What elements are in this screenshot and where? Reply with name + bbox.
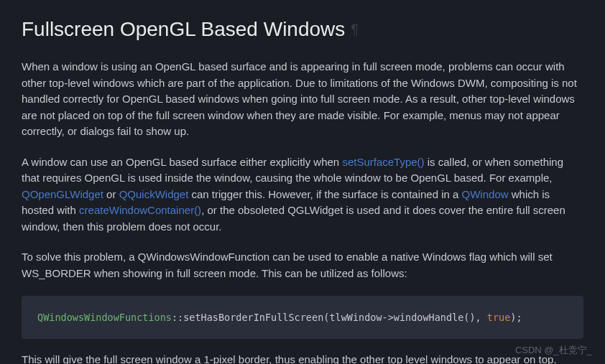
heading-text: Fullscreen OpenGL Based Windows bbox=[22, 14, 345, 45]
link-setsurfacetype[interactable]: setSurfaceType() bbox=[342, 156, 424, 168]
link-createwindowcontainer[interactable]: createWindowContainer() bbox=[79, 204, 201, 216]
code-mid: ::setHasBorderInFullScreen(tlwWindow->wi… bbox=[172, 312, 487, 323]
paragraph-1: When a window is using an OpenGL based s… bbox=[22, 59, 583, 140]
paragraph-2: A window can use an OpenGL based surface… bbox=[22, 154, 583, 235]
text-segment: can trigger this. However, if the surfac… bbox=[188, 188, 461, 200]
paragraph-3: To solve this problem, a QWindowsWindowF… bbox=[22, 249, 583, 281]
text-segment: or bbox=[103, 188, 119, 200]
code-end: ); bbox=[510, 312, 522, 323]
code-type: QWindowsWindowFunctions bbox=[37, 312, 172, 323]
link-qquickwidget[interactable]: QQuickWidget bbox=[119, 188, 189, 200]
code-keyword: true bbox=[487, 312, 511, 323]
section-heading: Fullscreen OpenGL Based Windows ¶ bbox=[22, 14, 583, 45]
link-qopenglwidget[interactable]: QOpenGLWidget bbox=[22, 188, 103, 200]
text-segment: A window can use an OpenGL based surface… bbox=[22, 156, 342, 168]
paragraph-4: This will give the full screen window a … bbox=[22, 352, 583, 364]
link-qwindow[interactable]: QWindow bbox=[462, 188, 509, 200]
watermark: CSDN @_杜竞宁_ bbox=[515, 343, 592, 358]
code-block: QWindowsWindowFunctions::setHasBorderInF… bbox=[22, 296, 583, 339]
anchor-icon[interactable]: ¶ bbox=[351, 19, 359, 40]
